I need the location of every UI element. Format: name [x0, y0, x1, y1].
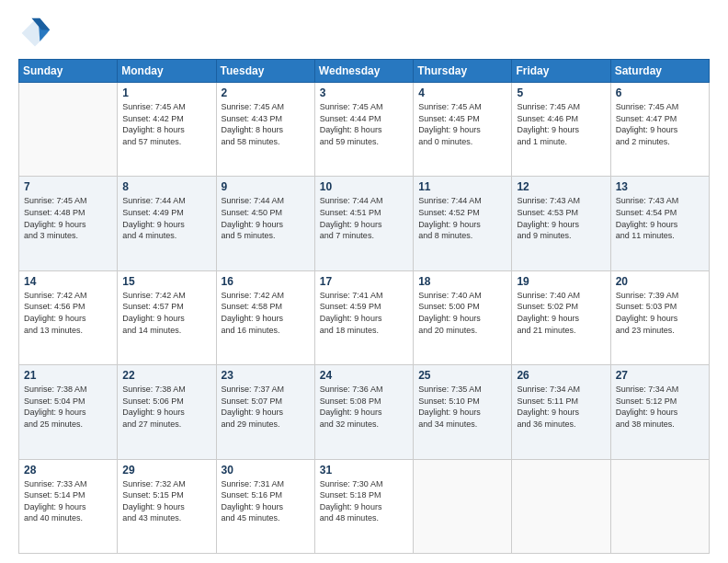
weekday-header-row: SundayMondayTuesdayWednesdayThursdayFrid…: [19, 60, 710, 83]
day-info: Sunrise: 7:35 AM Sunset: 5:10 PM Dayligh…: [418, 384, 506, 430]
calendar-cell: 23Sunrise: 7:37 AM Sunset: 5:07 PM Dayli…: [216, 365, 314, 459]
day-number: 7: [24, 180, 112, 193]
calendar-cell: 27Sunrise: 7:34 AM Sunset: 5:12 PM Dayli…: [610, 365, 709, 459]
day-number: 29: [122, 464, 210, 477]
calendar-cell: 18Sunrise: 7:40 AM Sunset: 5:00 PM Dayli…: [414, 270, 512, 364]
calendar-cell: 8Sunrise: 7:44 AM Sunset: 4:49 PM Daylig…: [118, 177, 216, 270]
day-info: Sunrise: 7:44 AM Sunset: 4:50 PM Dayligh…: [222, 195, 310, 241]
calendar-cell: [414, 459, 512, 553]
day-number: 13: [616, 180, 704, 193]
calendar-cell: 21Sunrise: 7:38 AM Sunset: 5:04 PM Dayli…: [19, 365, 118, 459]
day-number: 26: [517, 369, 605, 382]
day-number: 21: [24, 369, 112, 382]
calendar-cell: 9Sunrise: 7:44 AM Sunset: 4:50 PM Daylig…: [216, 177, 314, 270]
day-number: 15: [122, 275, 210, 288]
calendar-table: SundayMondayTuesdayWednesdayThursdayFrid…: [18, 59, 710, 554]
day-info: Sunrise: 7:43 AM Sunset: 4:54 PM Dayligh…: [616, 195, 704, 241]
day-info: Sunrise: 7:42 AM Sunset: 4:56 PM Dayligh…: [24, 290, 112, 336]
weekday-friday: Friday: [512, 60, 610, 83]
day-number: 10: [320, 180, 408, 193]
day-number: 27: [616, 369, 704, 382]
day-info: Sunrise: 7:34 AM Sunset: 5:11 PM Dayligh…: [517, 384, 605, 430]
weekday-thursday: Thursday: [414, 60, 512, 83]
weekday-sunday: Sunday: [19, 60, 118, 83]
calendar-cell: 19Sunrise: 7:40 AM Sunset: 5:02 PM Dayli…: [512, 270, 610, 364]
calendar-cell: 10Sunrise: 7:44 AM Sunset: 4:51 PM Dayli…: [314, 177, 413, 270]
day-info: Sunrise: 7:32 AM Sunset: 5:15 PM Dayligh…: [122, 478, 210, 524]
day-number: 30: [222, 464, 310, 477]
calendar-cell: 28Sunrise: 7:33 AM Sunset: 5:14 PM Dayli…: [19, 459, 118, 553]
calendar-cell: 31Sunrise: 7:30 AM Sunset: 5:18 PM Dayli…: [314, 459, 413, 553]
day-number: 3: [320, 86, 408, 99]
calendar-cell: 13Sunrise: 7:43 AM Sunset: 4:54 PM Dayli…: [610, 177, 709, 270]
calendar-cell: 29Sunrise: 7:32 AM Sunset: 5:15 PM Dayli…: [118, 459, 216, 553]
day-info: Sunrise: 7:38 AM Sunset: 5:06 PM Dayligh…: [122, 384, 210, 430]
day-number: 24: [320, 369, 408, 382]
day-info: Sunrise: 7:44 AM Sunset: 4:49 PM Dayligh…: [122, 195, 210, 241]
calendar-cell: 15Sunrise: 7:42 AM Sunset: 4:57 PM Dayli…: [118, 270, 216, 364]
day-info: Sunrise: 7:30 AM Sunset: 5:18 PM Dayligh…: [320, 478, 408, 524]
day-info: Sunrise: 7:40 AM Sunset: 5:02 PM Dayligh…: [517, 290, 605, 336]
day-info: Sunrise: 7:42 AM Sunset: 4:58 PM Dayligh…: [222, 290, 310, 336]
week-row-1: 1Sunrise: 7:45 AM Sunset: 4:42 PM Daylig…: [19, 83, 710, 177]
week-row-4: 21Sunrise: 7:38 AM Sunset: 5:04 PM Dayli…: [19, 365, 710, 459]
calendar-cell: [19, 83, 118, 177]
day-info: Sunrise: 7:45 AM Sunset: 4:45 PM Dayligh…: [418, 101, 506, 147]
day-number: 22: [122, 369, 210, 382]
day-info: Sunrise: 7:34 AM Sunset: 5:12 PM Dayligh…: [616, 384, 704, 430]
week-row-3: 14Sunrise: 7:42 AM Sunset: 4:56 PM Dayli…: [19, 270, 710, 364]
day-info: Sunrise: 7:38 AM Sunset: 5:04 PM Dayligh…: [24, 384, 112, 430]
day-info: Sunrise: 7:43 AM Sunset: 4:53 PM Dayligh…: [517, 195, 605, 241]
calendar-cell: 17Sunrise: 7:41 AM Sunset: 4:59 PM Dayli…: [314, 270, 413, 364]
day-number: 28: [24, 464, 112, 477]
calendar-cell: 11Sunrise: 7:44 AM Sunset: 4:52 PM Dayli…: [414, 177, 512, 270]
calendar-cell: 2Sunrise: 7:45 AM Sunset: 4:43 PM Daylig…: [216, 83, 314, 177]
day-number: 16: [222, 275, 310, 288]
calendar-cell: 4Sunrise: 7:45 AM Sunset: 4:45 PM Daylig…: [414, 83, 512, 177]
page: SundayMondayTuesdayWednesdayThursdayFrid…: [0, 0, 728, 563]
weekday-monday: Monday: [118, 60, 216, 83]
day-info: Sunrise: 7:41 AM Sunset: 4:59 PM Dayligh…: [320, 290, 408, 336]
calendar-cell: 24Sunrise: 7:36 AM Sunset: 5:08 PM Dayli…: [314, 365, 413, 459]
day-number: 25: [418, 369, 506, 382]
week-row-5: 28Sunrise: 7:33 AM Sunset: 5:14 PM Dayli…: [19, 459, 710, 553]
calendar-cell: 5Sunrise: 7:45 AM Sunset: 4:46 PM Daylig…: [512, 83, 610, 177]
day-number: 4: [418, 86, 506, 99]
day-info: Sunrise: 7:39 AM Sunset: 5:03 PM Dayligh…: [616, 290, 704, 336]
calendar-cell: 14Sunrise: 7:42 AM Sunset: 4:56 PM Dayli…: [19, 270, 118, 364]
day-number: 11: [418, 180, 506, 193]
day-info: Sunrise: 7:36 AM Sunset: 5:08 PM Dayligh…: [320, 384, 408, 430]
weekday-wednesday: Wednesday: [314, 60, 413, 83]
day-number: 19: [517, 275, 605, 288]
calendar-cell: [512, 459, 610, 553]
day-info: Sunrise: 7:45 AM Sunset: 4:43 PM Dayligh…: [222, 101, 310, 147]
day-number: 23: [222, 369, 310, 382]
day-info: Sunrise: 7:45 AM Sunset: 4:44 PM Dayligh…: [320, 101, 408, 147]
day-info: Sunrise: 7:33 AM Sunset: 5:14 PM Dayligh…: [24, 478, 112, 524]
day-info: Sunrise: 7:42 AM Sunset: 4:57 PM Dayligh…: [122, 290, 210, 336]
calendar-cell: 12Sunrise: 7:43 AM Sunset: 4:53 PM Dayli…: [512, 177, 610, 270]
calendar-cell: 3Sunrise: 7:45 AM Sunset: 4:44 PM Daylig…: [314, 83, 413, 177]
day-number: 1: [122, 86, 210, 99]
day-info: Sunrise: 7:45 AM Sunset: 4:46 PM Dayligh…: [517, 101, 605, 147]
day-number: 8: [122, 180, 210, 193]
logo-icon: [18, 17, 51, 50]
day-number: 14: [24, 275, 112, 288]
day-info: Sunrise: 7:31 AM Sunset: 5:16 PM Dayligh…: [222, 478, 310, 524]
day-number: 18: [418, 275, 506, 288]
day-number: 31: [320, 464, 408, 477]
weekday-saturday: Saturday: [610, 60, 709, 83]
calendar-cell: [610, 459, 709, 553]
logo: [18, 17, 55, 50]
day-number: 17: [320, 275, 408, 288]
day-info: Sunrise: 7:44 AM Sunset: 4:52 PM Dayligh…: [418, 195, 506, 241]
calendar-cell: 1Sunrise: 7:45 AM Sunset: 4:42 PM Daylig…: [118, 83, 216, 177]
day-number: 2: [222, 86, 310, 99]
day-number: 6: [616, 86, 704, 99]
header: [18, 17, 710, 50]
day-number: 5: [517, 86, 605, 99]
day-number: 20: [616, 275, 704, 288]
calendar-cell: 30Sunrise: 7:31 AM Sunset: 5:16 PM Dayli…: [216, 459, 314, 553]
day-info: Sunrise: 7:40 AM Sunset: 5:00 PM Dayligh…: [418, 290, 506, 336]
calendar-cell: 7Sunrise: 7:45 AM Sunset: 4:48 PM Daylig…: [19, 177, 118, 270]
